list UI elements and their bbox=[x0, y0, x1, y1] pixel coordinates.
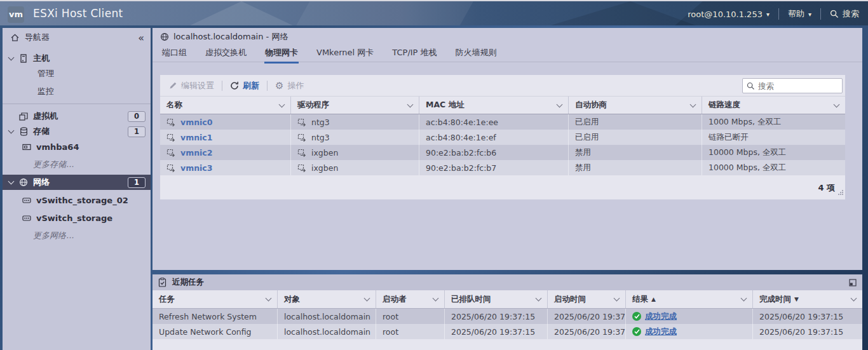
sidebar-item-more-storage[interactable]: 更多存储... bbox=[3, 157, 151, 172]
chevron-down-icon bbox=[536, 295, 542, 302]
task-row[interactable]: Refresh Network System localhost.localdo… bbox=[153, 309, 862, 324]
actions-button[interactable]: ⚙ 操作 bbox=[275, 80, 304, 91]
task-row[interactable]: Update Network Config localhost.localdom… bbox=[153, 324, 862, 339]
tab-firewall-rules[interactable]: 防火墙规则 bbox=[455, 45, 498, 62]
sidebar-item-storage[interactable]: 存储 1 bbox=[3, 124, 151, 139]
column-header-task[interactable]: 任务 bbox=[153, 290, 278, 308]
divider bbox=[820, 8, 821, 20]
tab-virtual-switches[interactable]: 虚拟交换机 bbox=[205, 45, 247, 62]
table-row[interactable]: vmnic1 ntg3 ac:b4:80:4e:1e:ef 已启用 链路已断开 bbox=[160, 130, 845, 145]
column-header-queued[interactable]: 已排队时间 bbox=[445, 290, 548, 308]
tab-port-groups[interactable]: 端口组 bbox=[161, 45, 187, 62]
count-badge: 0 bbox=[128, 111, 146, 122]
topbar-facet bbox=[546, 1, 699, 25]
edit-settings-button[interactable]: 编辑设置 bbox=[169, 80, 214, 91]
column-header-name[interactable]: 名称 bbox=[160, 97, 291, 114]
help-menu[interactable]: 帮助 ▾ bbox=[788, 8, 811, 20]
vmnic-link[interactable]: vmnic2 bbox=[180, 148, 212, 158]
sidebar-item-more-networks[interactable]: 更多网络... bbox=[3, 228, 151, 243]
help-menu-label: 帮助 bbox=[788, 8, 804, 20]
table-row[interactable]: vmnic3 ixgben 90:e2:ba:b2:fc:b7 禁用 10000… bbox=[160, 160, 845, 175]
column-header-started[interactable]: 启动时间 bbox=[548, 290, 626, 308]
chevron-down-icon bbox=[279, 101, 285, 107]
tasks-clipboard-icon bbox=[158, 278, 166, 287]
vmnic-link[interactable]: vmnic1 bbox=[180, 133, 212, 142]
chevron-down-icon bbox=[407, 101, 414, 107]
column-header-target[interactable]: 对象 bbox=[278, 290, 376, 308]
initiator-cell: root bbox=[376, 309, 445, 324]
host-icon bbox=[18, 53, 29, 64]
table-row[interactable]: vmnic0 ntg3 ac:b4:80:4e:1e:ee 已启用 1000 M… bbox=[160, 114, 845, 130]
user-menu-label: root@10.10.1.253 bbox=[688, 10, 763, 19]
refresh-button[interactable]: 刷新 bbox=[230, 80, 259, 91]
column-header-driver[interactable]: 驱动程序 bbox=[291, 97, 419, 114]
tab-vmkernel-nics[interactable]: VMkernel 网卡 bbox=[316, 45, 374, 62]
driver-cell: ixgben bbox=[311, 148, 338, 158]
task-cell: Update Network Config bbox=[153, 324, 278, 339]
speed-cell: 10000 Mbps, 全双工 bbox=[702, 160, 845, 175]
vm-icon bbox=[18, 111, 29, 121]
vmnic-link[interactable]: vmnic0 bbox=[180, 118, 212, 127]
sidebar-item-networking[interactable]: 网络 1 bbox=[3, 175, 151, 190]
table-row[interactable]: vmnic2 ixgben 90:e2:ba:b2:fc:b6 禁用 10000… bbox=[160, 145, 845, 160]
sidebar-item-host[interactable]: 主机 bbox=[3, 51, 151, 66]
sidebar-item-vswitch-storage[interactable]: vSwitch_storage bbox=[3, 210, 151, 225]
column-header-autoneg[interactable]: 自动协商 bbox=[569, 97, 702, 114]
app-title: ESXi Host Client bbox=[33, 7, 123, 20]
sidebar-item-vmhba64[interactable]: vmhba64 bbox=[3, 139, 151, 154]
vswitch-icon bbox=[22, 213, 32, 223]
sidebar-item-vswitch-storage-02[interactable]: vSwithc_storage_02 bbox=[3, 192, 151, 208]
queued-cell: 2025/06/20 19:37:15 bbox=[445, 309, 548, 324]
popout-icon[interactable] bbox=[849, 279, 857, 286]
autoneg-cell: 已启用 bbox=[569, 130, 702, 145]
result-link[interactable]: 成功完成 bbox=[645, 311, 677, 322]
grid-toolbar: 编辑设置 刷新 ⚙ 操作 bbox=[160, 75, 845, 97]
vmware-logo: vm bbox=[8, 6, 24, 23]
nic-icon bbox=[297, 149, 307, 157]
user-menu[interactable]: root@10.10.1.253 ▾ bbox=[688, 10, 770, 19]
count-badge: 1 bbox=[128, 177, 146, 188]
search-input[interactable] bbox=[758, 81, 828, 91]
column-header-result[interactable]: 结果▲ bbox=[626, 290, 753, 308]
sidebar-title: 导航器 bbox=[25, 32, 50, 43]
global-search-button[interactable]: 搜索 bbox=[830, 8, 859, 20]
sidebar-item-monitor[interactable]: 监控 bbox=[3, 84, 151, 99]
gear-icon: ⚙ bbox=[275, 80, 283, 91]
result-link[interactable]: 成功完成 bbox=[645, 326, 677, 337]
vmnic-link[interactable]: vmnic3 bbox=[180, 163, 212, 173]
tab-physical-nics[interactable]: 物理网卡 bbox=[264, 45, 299, 64]
sidebar-item-label: vmhba64 bbox=[36, 142, 79, 152]
pencil-icon bbox=[169, 81, 177, 90]
task-cell: Refresh Network System bbox=[153, 309, 278, 324]
column-header-speed[interactable]: 链路速度 bbox=[702, 97, 845, 114]
mac-cell: ac:b4:80:4e:1e:ef bbox=[419, 130, 569, 145]
tab-tcpip-stacks[interactable]: TCP/IP 堆栈 bbox=[391, 45, 437, 62]
grid-search bbox=[742, 78, 843, 93]
recent-tasks-panel: 近期任务 任务 对象 启动者 已排队时间 启动时间 结果▲ 完成时间▼ Refr… bbox=[153, 274, 862, 350]
success-check-icon bbox=[632, 312, 641, 321]
speed-cell: 1000 Mbps, 全双工 bbox=[702, 114, 845, 130]
column-header-initiator[interactable]: 启动者 bbox=[376, 290, 445, 308]
speed-cell: 10000 Mbps, 全双工 bbox=[702, 145, 845, 160]
autoneg-cell: 禁用 bbox=[569, 160, 702, 175]
nic-grid: 编辑设置 刷新 ⚙ 操作 名称 bbox=[160, 75, 845, 199]
actions-label: 操作 bbox=[287, 80, 304, 91]
column-header-mac[interactable]: MAC 地址 bbox=[419, 97, 569, 114]
divider bbox=[3, 104, 151, 104]
sidebar-item-label: 主机 bbox=[33, 53, 50, 64]
resize-grip[interactable] bbox=[838, 187, 843, 197]
sidebar-item-manage[interactable]: 管理 bbox=[3, 66, 151, 81]
sort-asc-icon: ▲ bbox=[651, 296, 656, 302]
column-header-completed[interactable]: 完成时间▼ bbox=[753, 290, 862, 308]
autoneg-cell: 已启用 bbox=[569, 114, 702, 130]
collapse-sidebar-button[interactable]: « bbox=[138, 32, 144, 44]
network-globe-icon bbox=[18, 177, 29, 187]
divider bbox=[778, 8, 779, 20]
navigator-sidebar: 导航器 « 主机 管理 监控 虚拟机 0 存储 1 vmhba64 bbox=[3, 28, 151, 350]
completed-cell: 2025/06/20 19:37:15 bbox=[753, 309, 862, 324]
item-count: 4 项 bbox=[818, 182, 835, 194]
sidebar-item-virtual-machines[interactable]: 虚拟机 0 bbox=[3, 109, 151, 124]
success-check-icon bbox=[632, 327, 641, 336]
edit-settings-label: 编辑设置 bbox=[181, 80, 214, 91]
topbar-facet bbox=[187, 1, 295, 25]
